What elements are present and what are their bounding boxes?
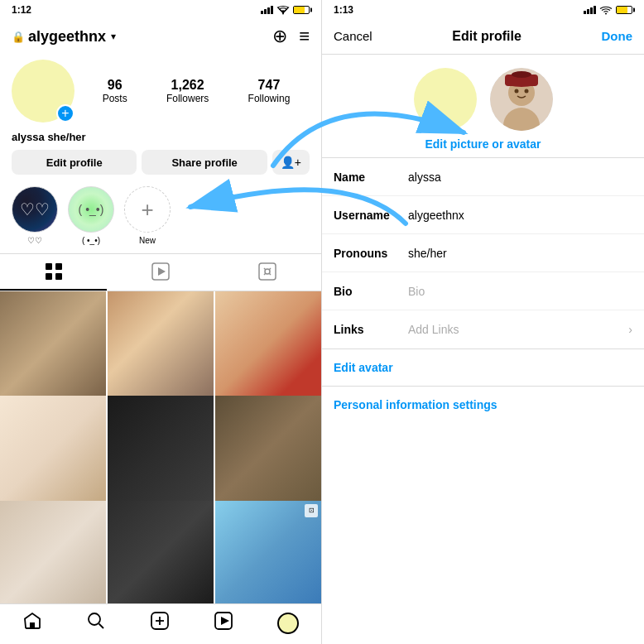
edit-avatar-section: Edit picture or avatar xyxy=(322,55,644,158)
signal-icon-right xyxy=(584,6,596,14)
form-row-links[interactable]: Links Add Links › xyxy=(322,310,644,348)
avatars-row xyxy=(414,68,553,131)
posts-stat[interactable]: 96 Posts xyxy=(103,78,127,104)
story-item-new[interactable]: + New xyxy=(124,186,171,245)
svg-rect-6 xyxy=(55,263,62,270)
story-label-face: ( •_•) xyxy=(82,236,100,245)
followers-stat[interactable]: 1,262 Followers xyxy=(166,78,209,104)
username-area[interactable]: 🔒 alygeethnx ▾ xyxy=(12,28,116,46)
svg-rect-2 xyxy=(267,7,270,14)
tag-icon xyxy=(258,262,276,281)
nav-reels-button[interactable] xyxy=(214,611,233,636)
avatar-wrap: + xyxy=(12,60,74,123)
nav-home-button[interactable] xyxy=(22,611,42,636)
grid-cell-3[interactable] xyxy=(215,291,321,397)
svg-point-4 xyxy=(282,13,284,15)
svg-rect-8 xyxy=(55,273,62,280)
home-icon xyxy=(22,611,42,631)
form-row-bio[interactable]: Bio Bio xyxy=(322,272,644,310)
nav-profile-button[interactable] xyxy=(277,613,299,634)
add-icon xyxy=(150,611,170,631)
chevron-down-icon: ▾ xyxy=(111,31,116,42)
reels-nav-icon xyxy=(214,611,233,631)
edit-profile-photo[interactable] xyxy=(414,68,477,131)
following-label: Following xyxy=(248,93,291,104)
svg-rect-27 xyxy=(590,7,593,14)
profile-info-section: + 96 Posts 1,262 Followers 747 Following xyxy=(0,55,321,129)
links-chevron-icon: › xyxy=(628,323,632,336)
reels-icon xyxy=(151,262,170,281)
nav-search-button[interactable] xyxy=(86,611,106,636)
svg-point-18 xyxy=(89,613,100,625)
grid-cell-7[interactable] xyxy=(0,501,106,603)
form-row-name[interactable]: Name alyssa xyxy=(322,158,644,196)
menu-button[interactable]: ≡ xyxy=(299,26,310,47)
grid-cell-1[interactable] xyxy=(0,291,106,397)
svg-line-14 xyxy=(269,273,271,275)
posts-count: 96 xyxy=(108,78,123,93)
svg-rect-1 xyxy=(264,9,267,14)
story-item-hearts[interactable]: ♡♡ ♡♡ xyxy=(12,186,58,245)
nav-profile-avatar xyxy=(277,613,299,634)
svg-rect-17 xyxy=(30,622,35,628)
edit-avatar-cartoon[interactable] xyxy=(490,68,553,131)
pronouns-value[interactable]: she/her xyxy=(408,247,632,260)
lock-icon: 🔒 xyxy=(12,31,25,43)
username-value[interactable]: alygeethnx xyxy=(408,209,632,222)
cancel-button[interactable]: Cancel xyxy=(334,29,372,43)
grid-cell-4[interactable] xyxy=(0,396,106,502)
tab-tagged[interactable] xyxy=(214,254,321,291)
tab-grid[interactable] xyxy=(0,254,107,291)
add-story-button[interactable]: + xyxy=(56,104,74,123)
status-bar-right: 1:13 xyxy=(322,0,644,18)
svg-marker-10 xyxy=(158,267,166,276)
form-row-pronouns[interactable]: Pronouns she/her xyxy=(322,234,644,272)
username-label: Username xyxy=(334,209,408,222)
edit-picture-link[interactable]: Edit picture or avatar xyxy=(425,137,541,151)
status-icons-right xyxy=(584,5,632,15)
svg-point-37 xyxy=(524,89,528,94)
edit-profile-header: Cancel Edit profile Done xyxy=(322,18,644,55)
grid-cell-8[interactable] xyxy=(108,501,214,603)
svg-rect-3 xyxy=(271,6,273,14)
grid-cell-5[interactable] xyxy=(108,396,214,502)
tab-reels[interactable] xyxy=(107,254,214,291)
following-stat[interactable]: 747 Following xyxy=(248,78,291,104)
bio-value[interactable]: Bio xyxy=(408,285,632,298)
status-time-right: 1:13 xyxy=(334,4,353,16)
svg-rect-0 xyxy=(261,11,263,14)
share-profile-button[interactable]: Share profile xyxy=(142,150,267,175)
bottom-navigation xyxy=(0,603,321,644)
battery-icon-right xyxy=(616,6,632,14)
name-value[interactable]: alyssa xyxy=(408,171,632,184)
svg-rect-7 xyxy=(46,273,52,280)
story-label-new: New xyxy=(139,236,156,245)
search-icon xyxy=(86,611,106,631)
pronouns: she/her xyxy=(47,131,85,143)
nav-add-button[interactable] xyxy=(150,611,170,636)
edit-avatar-link[interactable]: Edit avatar xyxy=(322,349,644,387)
personal-information-settings-link[interactable]: Personal information settings xyxy=(322,387,644,423)
name-label: Name xyxy=(334,171,408,184)
add-content-button[interactable]: ⊕ xyxy=(272,26,287,47)
done-button[interactable]: Done xyxy=(601,29,632,43)
grid-cell-2[interactable] xyxy=(108,291,214,397)
grid-cell-6[interactable] xyxy=(215,396,321,502)
content-tabs xyxy=(0,253,321,291)
followers-label: Followers xyxy=(166,93,209,104)
svg-marker-24 xyxy=(221,617,229,625)
grid-cell-9[interactable]: ⊡ xyxy=(215,501,321,603)
svg-rect-26 xyxy=(587,9,589,14)
links-value[interactable]: Add Links xyxy=(408,323,628,336)
story-item-face[interactable]: ( •_•) ( •_•) xyxy=(68,186,114,245)
suggest-people-button[interactable]: 👤+ xyxy=(272,150,310,175)
status-icons-left xyxy=(261,5,310,15)
svg-rect-28 xyxy=(594,6,596,14)
followers-count: 1,262 xyxy=(171,78,204,93)
edit-profile-button[interactable]: Edit profile xyxy=(12,150,137,175)
edit-profile-screen: 1:13 Cancel xyxy=(322,0,644,644)
svg-point-29 xyxy=(605,13,607,15)
header-actions: ⊕ ≡ xyxy=(272,26,310,47)
form-row-username[interactable]: Username alygeethnx xyxy=(322,196,644,234)
wifi-icon-right xyxy=(599,5,613,15)
